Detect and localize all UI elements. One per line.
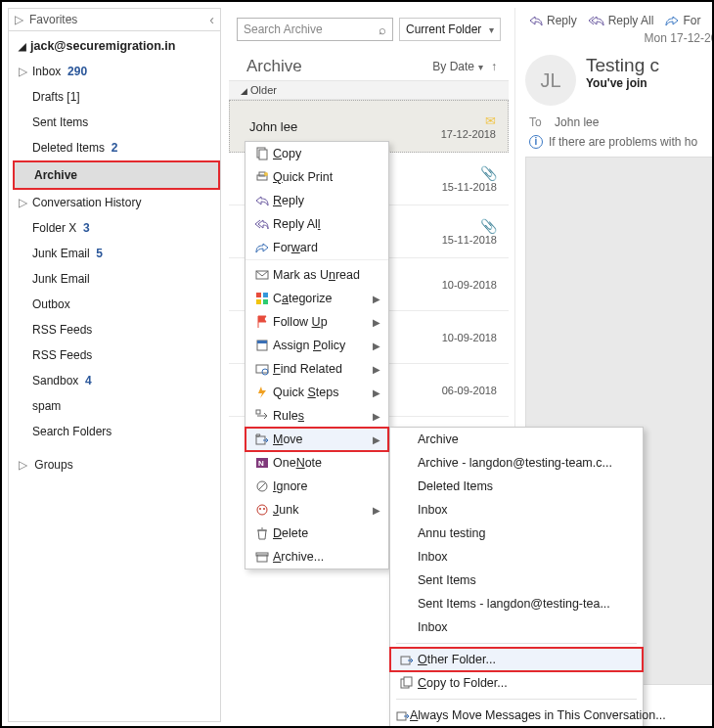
sort-direction-icon[interactable] [483,60,497,73]
submenu-item[interactable]: Inbox [390,545,643,569]
menu-item-move[interactable]: Move▶ [245,428,388,451]
attachment-icon: 📎 [442,218,497,234]
submenu-always-move[interactable]: Always Move Messages in This Conversatio… [390,704,643,727]
menu-label: Archive... [273,550,380,564]
sort-dropdown[interactable]: By Date [432,60,483,73]
message-date: 06-09-2018 [442,385,497,396]
menu-label: Categorize [273,292,359,305]
menu-item-delete[interactable]: Delete [245,522,388,545]
menu-label: Quick Print [273,170,380,184]
submenu-item[interactable]: Deleted Items [390,475,643,498]
reply-button[interactable]: Reply [529,14,577,27]
menu-item-quickprint[interactable]: Quick Print [245,165,388,189]
svg-rect-9 [263,299,268,304]
menu-item-copy[interactable]: Copy [245,142,388,165]
caret-down-icon [485,23,494,36]
menu-item-rules[interactable]: Rules▶ [245,404,388,428]
folder-item[interactable]: RSS Feeds [13,317,220,342]
folder-badge: 4 [85,374,92,387]
followup-icon [251,315,273,329]
submenu-label: Archive [418,432,635,446]
menu-item-followup[interactable]: Follow Up▶ [245,310,388,334]
folder-badge: 290 [67,65,87,78]
search-input[interactable]: Search Archive [237,18,393,41]
groups-item[interactable]: ▷ Groups [9,444,220,476]
chevron-right-icon: ▶ [373,317,380,328]
submenu-copy-to-folder[interactable]: Copy to Folder... [390,671,643,695]
search-icon[interactable] [379,23,386,37]
folder-item[interactable]: ▷Conversation History [13,190,220,215]
subtitle: You've join [586,76,659,90]
info-icon: i [529,135,543,149]
menu-item-reply[interactable]: Reply [245,189,388,212]
submenu-item[interactable]: Archive [390,428,643,451]
menu-item-ignore[interactable]: Ignore [245,475,388,498]
envelope-icon: ✉ [441,114,496,128]
menu-item-junk[interactable]: Junk▶ [245,498,388,522]
menu-item-onenote[interactable]: NOneNote [245,451,388,475]
submenu-item[interactable]: Annu testing [390,522,643,545]
menu-item-assign[interactable]: Assign Policy▶ [245,334,388,357]
menu-item-forward[interactable]: Forward [245,236,388,259]
menu-label: Quick Steps [273,386,359,399]
submenu-item[interactable]: Inbox [390,615,643,639]
forward-button[interactable]: For [665,14,700,27]
folder-item[interactable]: Folder X 3 [13,215,220,241]
submenu-label: Deleted Items [418,479,635,493]
forward-icon [665,15,679,26]
triangle-down-icon: ◢ [19,41,26,52]
collapse-icon[interactable] [209,12,214,27]
svg-line-19 [258,482,266,490]
folder-badge: 2 [112,141,118,155]
chevron-right-icon: ▶ [373,294,380,304]
chevron-right-icon: ▶ [373,364,380,375]
delete-icon [251,526,273,540]
search-scope-dropdown[interactable]: Current Folder [399,18,501,41]
info-row: i If there are problems with ho [515,133,714,157]
account-header[interactable]: ◢ jack@securemigration.in [9,31,220,59]
svg-point-22 [263,508,265,510]
folder-item[interactable]: ▷Inbox 290 [13,59,220,84]
folder-item[interactable]: Drafts [1] [13,84,220,110]
folder-item[interactable]: Sent Items [13,110,220,135]
folder-item[interactable]: spam [13,393,220,419]
reply-all-button[interactable]: Reply All [589,14,654,27]
submenu-item[interactable]: Sent Items - langdon@testing-tea... [390,592,643,615]
always-move-icon [396,708,410,722]
chevron-right-icon: ▷ [15,13,23,26]
reply-bar: Reply Reply All For [515,8,714,27]
rules-icon [251,409,273,423]
folder-item[interactable]: Outbox [13,292,220,317]
submenu-item[interactable]: Archive - langdon@testing-team.c... [390,451,643,475]
menu-item-archive[interactable]: Archive... [245,545,388,569]
folder-item[interactable]: Sandbox 4 [13,368,220,393]
menu-item-unread[interactable]: Mark as Unread [245,263,388,287]
favorites-header[interactable]: ▷ Favorites [9,9,220,31]
group-header[interactable]: ◢ Older [229,80,509,100]
folder-item[interactable]: Junk Email 5 [13,241,220,266]
menu-item-categorize[interactable]: Categorize▶ [245,287,388,310]
unread-icon [251,268,273,282]
chevron-right-icon: ▷ [19,458,27,472]
folder-item[interactable]: Junk Email [13,266,220,292]
menu-label: Rules [273,409,359,423]
svg-rect-14 [256,410,260,414]
folder-item[interactable]: Deleted Items 2 [13,135,220,160]
submenu-item[interactable]: Sent Items [390,569,643,592]
submenu-label: Sent Items - langdon@testing-tea... [418,597,635,611]
menu-label: Mark as Unread [273,268,380,282]
folder-label: Junk Email [32,247,90,260]
folder-item[interactable]: RSS Feeds [13,342,220,368]
folder-item[interactable]: Search Folders [13,419,220,444]
menu-item-find[interactable]: Find Related▶ [245,357,388,381]
search-placeholder: Search Archive [244,23,323,36]
folder-item[interactable]: Archive [15,162,218,188]
menu-item-qs[interactable]: Quick Steps▶ [245,381,388,404]
message-date: 17-12-2018 [441,128,496,140]
folder-label: spam [32,399,61,413]
reading-date: Mon 17-12-201 [515,27,714,45]
submenu-item[interactable]: Inbox [390,498,643,522]
submenu-other-folder[interactable]: Other Folder... [390,648,643,671]
ignore-icon [251,479,273,493]
menu-item-replyall[interactable]: Reply All [245,212,388,236]
